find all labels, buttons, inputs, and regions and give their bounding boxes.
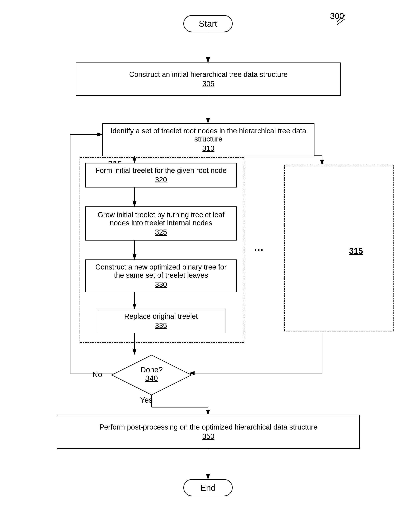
step-340-diamond: Done? 340 bbox=[110, 354, 193, 396]
step-310-num: 310 bbox=[202, 144, 214, 152]
step-350-num: 350 bbox=[202, 432, 214, 440]
step-310-box: Identify a set of treelet root nodes in … bbox=[102, 123, 314, 156]
step-335-label: Replace original treelet bbox=[124, 312, 198, 321]
end-label: End bbox=[200, 483, 216, 493]
yes-label: Yes bbox=[140, 396, 153, 404]
step-350-box: Perform post-processing on the optimized… bbox=[57, 415, 360, 449]
dashed-box-315-right bbox=[284, 165, 394, 332]
no-label: No bbox=[92, 370, 102, 379]
step-325-label: Grow initial treelet by turning treelet … bbox=[90, 211, 232, 227]
step-325-num: 325 bbox=[155, 228, 167, 236]
step-320-num: 320 bbox=[155, 176, 167, 184]
step-310-label: Identify a set of treelet root nodes in … bbox=[107, 127, 310, 143]
end-node: End bbox=[183, 479, 233, 496]
step-305-num: 305 bbox=[202, 80, 214, 88]
step-330-num: 330 bbox=[155, 280, 167, 289]
step-350-label: Perform post-processing on the optimized… bbox=[99, 423, 317, 431]
step-330-box: Construct a new optimized binary tree fo… bbox=[85, 259, 237, 292]
step-320-box: Form initial treelet for the given root … bbox=[85, 163, 237, 188]
step-335-num: 335 bbox=[155, 322, 167, 330]
step-335-box: Replace original treelet 335 bbox=[97, 309, 225, 333]
step-305-label: Construct an initial hierarchical tree d… bbox=[129, 70, 288, 79]
start-label: Start bbox=[199, 19, 217, 29]
dots-label: ... bbox=[254, 240, 263, 254]
step-325-box: Grow initial treelet by turning treelet … bbox=[85, 206, 237, 240]
flowchart-diagram: 300 Start Construct an initial hierarchi… bbox=[0, 0, 416, 532]
reference-label-300: 300 bbox=[330, 11, 344, 21]
done-label: Done? 340 bbox=[110, 366, 193, 383]
step-330-label: Construct a new optimized binary tree fo… bbox=[90, 263, 232, 279]
step-315-right-label: 315 bbox=[349, 246, 363, 256]
start-node: Start bbox=[183, 15, 233, 32]
step-305-box: Construct an initial hierarchical tree d… bbox=[76, 63, 341, 96]
step-320-label: Form initial treelet for the given root … bbox=[96, 166, 227, 175]
